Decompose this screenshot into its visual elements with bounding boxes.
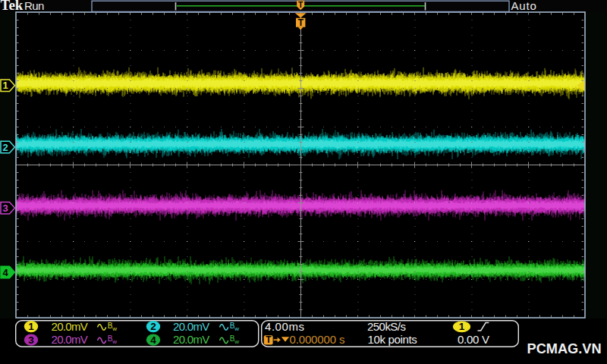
svg-text:w: w — [234, 325, 239, 332]
svg-text:1: 1 — [3, 80, 8, 91]
svg-text:T: T — [298, 17, 304, 28]
svg-text:T: T — [266, 334, 272, 345]
svg-text:1: 1 — [459, 321, 465, 332]
svg-text:4: 4 — [3, 267, 9, 278]
svg-text:w: w — [112, 325, 117, 332]
svg-text:w: w — [234, 338, 239, 345]
svg-text:T: T — [298, 0, 304, 9]
svg-text:Run: Run — [24, 0, 44, 12]
svg-text:0.00 V: 0.00 V — [458, 333, 489, 346]
svg-text:1: 1 — [28, 321, 34, 332]
svg-text:20.0mV: 20.0mV — [173, 320, 209, 333]
svg-text:20.0mV: 20.0mV — [173, 333, 209, 346]
svg-text:0.000000 s: 0.000000 s — [290, 333, 345, 346]
svg-text:4.00ms: 4.00ms — [265, 320, 305, 333]
svg-text:3: 3 — [3, 202, 8, 214]
svg-text:3: 3 — [28, 334, 34, 346]
svg-text:w: w — [112, 338, 117, 345]
svg-text:2: 2 — [150, 321, 156, 332]
svg-text:250kS/s: 250kS/s — [367, 320, 405, 333]
svg-text:20.0mV: 20.0mV — [52, 320, 88, 333]
svg-text:Tek: Tek — [1, 0, 24, 13]
svg-text:10k points: 10k points — [368, 333, 417, 346]
svg-text:Auto: Auto — [511, 0, 537, 12]
svg-text:2: 2 — [3, 142, 8, 153]
svg-text:20.0mV: 20.0mV — [52, 333, 88, 346]
svg-text:4: 4 — [150, 334, 156, 346]
svg-text:PCMAG.VN: PCMAG.VN — [527, 341, 602, 356]
